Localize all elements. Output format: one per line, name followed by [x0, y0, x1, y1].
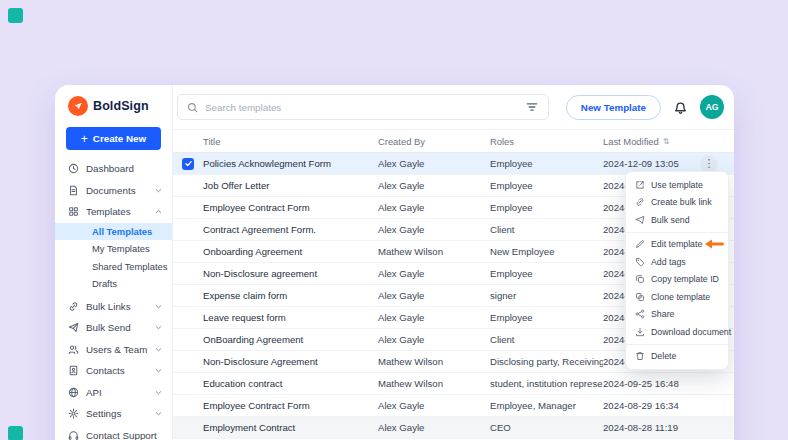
- row-roles: Client: [490, 224, 603, 235]
- row-created-by: Alex Gayle: [378, 400, 490, 411]
- users-icon: [68, 344, 79, 355]
- share-icon: [635, 309, 645, 319]
- sidebar-label-api: API: [86, 387, 147, 398]
- download-icon: [635, 327, 645, 337]
- topbar: New Template AG: [173, 85, 734, 130]
- sidebar-label-settings: Settings: [86, 408, 147, 419]
- sort-icon[interactable]: ⇅: [663, 137, 670, 146]
- tag-icon: [635, 257, 645, 267]
- row-created-by: Alex Gayle: [378, 312, 490, 323]
- menu-label: Create bulk link: [651, 197, 712, 207]
- notification-bell-icon[interactable]: [673, 100, 688, 115]
- boldsign-logo-icon: [68, 96, 88, 116]
- row-actions-kebab-icon[interactable]: ⋮: [700, 155, 718, 173]
- row-roles: signer: [490, 290, 603, 301]
- chevron-down-icon: [154, 388, 163, 397]
- copy-icon: [635, 274, 645, 284]
- sidebar-label-templates: Templates: [86, 206, 147, 217]
- header-roles[interactable]: Roles: [490, 136, 603, 147]
- menu-label: Download document: [651, 327, 731, 337]
- globe-icon: [68, 387, 79, 398]
- filter-icon[interactable]: [525, 100, 539, 114]
- row-created-by: Alex Gayle: [378, 224, 490, 235]
- row-created-by: Mathew Wilson: [378, 356, 490, 367]
- menu-item-delete[interactable]: Delete: [626, 348, 728, 366]
- sidebar-label-bulk-links: Bulk Links: [86, 301, 147, 312]
- menu-item-clone-template[interactable]: Clone template: [626, 288, 728, 306]
- decor-square-bottom-left: [8, 426, 23, 440]
- chevron-down-icon: [154, 409, 163, 418]
- contact-card-icon: [68, 365, 79, 376]
- menu-divider: [626, 344, 728, 345]
- menu-item-use-template[interactable]: Use template: [626, 176, 728, 194]
- checkbox-checked[interactable]: [182, 158, 194, 170]
- sidebar-item-contact-support[interactable]: Contact Support: [55, 425, 172, 440]
- plus-icon: +: [81, 133, 88, 145]
- create-new-button[interactable]: + Create New: [66, 127, 161, 150]
- row-title: Employee Contract Form: [203, 400, 378, 411]
- menu-divider: [626, 232, 728, 233]
- menu-item-copy-template-id[interactable]: Copy template ID: [626, 271, 728, 289]
- new-template-button[interactable]: New Template: [566, 95, 661, 120]
- send-icon: [635, 215, 645, 225]
- menu-label: Edit template: [651, 239, 702, 249]
- row-title: Contract Agreement Form.: [203, 224, 378, 235]
- sidebar-item-dashboard[interactable]: Dashboard: [55, 158, 172, 180]
- row-created-by: Alex Gayle: [378, 158, 490, 169]
- row-title: Employee Contract Form: [203, 202, 378, 213]
- chevron-up-icon: [154, 207, 163, 216]
- row-created-by: Alex Gayle: [378, 180, 490, 191]
- table-row[interactable]: Education contract Mathew Wilson student…: [173, 373, 734, 395]
- menu-label: Add tags: [651, 257, 686, 267]
- templates-sub-list: All Templates My Templates Shared Templa…: [55, 223, 172, 293]
- brand-name: BoldSign: [93, 99, 149, 113]
- search-input[interactable]: [205, 102, 518, 113]
- row-last-modified: 2024-12-09 13:05: [603, 158, 700, 169]
- brand-logo: BoldSign: [55, 85, 172, 122]
- document-icon: [68, 185, 79, 196]
- annotation-arrow-icon: [704, 239, 725, 249]
- send-icon: [68, 322, 79, 333]
- sidebar-item-all-templates[interactable]: All Templates: [55, 223, 172, 241]
- search-box[interactable]: [177, 94, 549, 120]
- table-row[interactable]: Employment Contract Alex Gayle CEO 2024-…: [173, 417, 734, 439]
- sidebar-item-settings[interactable]: Settings: [55, 403, 172, 425]
- sidebar-item-users-teams[interactable]: Users & Teams: [55, 339, 172, 361]
- menu-item-add-tags[interactable]: Add tags: [626, 253, 728, 271]
- chevron-down-icon: [154, 186, 163, 195]
- chevron-down-icon: [154, 323, 163, 332]
- sidebar-item-api[interactable]: API: [55, 382, 172, 404]
- sidebar-item-templates[interactable]: Templates: [55, 201, 172, 223]
- row-created-by: Alex Gayle: [378, 334, 490, 345]
- menu-item-share[interactable]: Share: [626, 306, 728, 324]
- sidebar-label-dashboard: Dashboard: [86, 163, 163, 174]
- row-roles: Employee: [490, 158, 603, 169]
- sidebar-item-contacts[interactable]: Contacts: [55, 360, 172, 382]
- header-last-modified[interactable]: Last Modified ⇅: [603, 136, 700, 147]
- row-created-by: Mathew Wilson: [378, 378, 490, 389]
- sidebar-item-bulk-links[interactable]: Bulk Links: [55, 296, 172, 318]
- sidebar-item-drafts[interactable]: Drafts: [55, 275, 172, 293]
- row-roles: Employee, Manager: [490, 400, 603, 411]
- sidebar-item-documents[interactable]: Documents: [55, 180, 172, 202]
- sidebar-label-documents: Documents: [86, 185, 147, 196]
- table-row[interactable]: Employee Contract Form Alex Gayle Employ…: [173, 395, 734, 417]
- sidebar-item-my-templates[interactable]: My Templates: [55, 240, 172, 258]
- header-title[interactable]: Title: [203, 136, 378, 147]
- sidebar-item-bulk-send[interactable]: Bulk Send: [55, 317, 172, 339]
- row-roles: CEO: [490, 422, 603, 433]
- row-title: OnBoarding Agreement: [203, 334, 378, 345]
- clone-icon: [635, 292, 645, 302]
- menu-item-create-bulk-link[interactable]: Create bulk link: [626, 194, 728, 212]
- menu-item-bulk-send[interactable]: Bulk send: [626, 211, 728, 229]
- avatar[interactable]: AG: [700, 95, 724, 119]
- trash-icon: [635, 351, 645, 361]
- menu-label: Delete: [651, 351, 676, 361]
- sidebar-item-shared-templates[interactable]: Shared Templates: [55, 258, 172, 276]
- table-header: Title Created By Roles Last Modified ⇅: [173, 130, 734, 153]
- menu-item-download-document[interactable]: Download document: [626, 323, 728, 341]
- menu-item-edit-template[interactable]: Edit template: [626, 236, 728, 254]
- app-window: BoldSign + Create New Dashboard Document…: [55, 85, 734, 440]
- header-created-by[interactable]: Created By: [378, 136, 490, 147]
- row-created-by: Alex Gayle: [378, 422, 490, 433]
